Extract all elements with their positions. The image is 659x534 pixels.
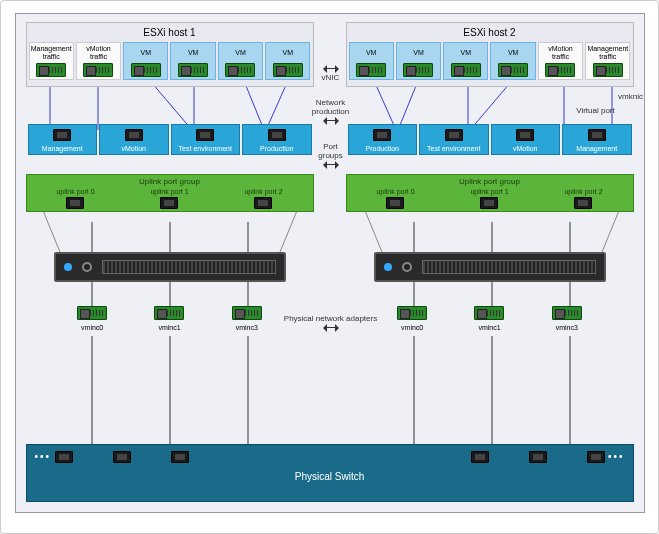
tile-vm: VM bbox=[396, 42, 441, 80]
uplink-port: uplink port 1 bbox=[150, 188, 188, 209]
port-icon bbox=[160, 197, 178, 209]
diagram-modal: × bbox=[0, 0, 659, 534]
pg-test: Test environment bbox=[419, 124, 489, 155]
pnic: vminc1 bbox=[154, 304, 184, 331]
nic-icon bbox=[77, 306, 107, 320]
pg-prod: Production bbox=[348, 124, 418, 155]
port-icon bbox=[587, 451, 605, 463]
esxi-host-2: ESXi host 2 VM VM VM VM vMotion traffic … bbox=[346, 22, 634, 87]
host-tiles: VM VM VM VM vMotion traffic Management t… bbox=[347, 42, 633, 86]
nic-icon bbox=[474, 306, 504, 320]
annot-vmknic: vmknic bbox=[616, 92, 646, 101]
pg-mgmt: Management bbox=[28, 124, 98, 155]
pnic: vminc3 bbox=[552, 304, 582, 331]
tile-vm: VM bbox=[349, 42, 394, 80]
port-groups-left: Management vMotion Test environment Prod… bbox=[26, 124, 314, 155]
dots-icon: ••• bbox=[35, 451, 52, 462]
tile-vm: VM bbox=[123, 42, 168, 80]
uplink-port: uplink port 2 bbox=[564, 188, 602, 209]
port-icon bbox=[113, 451, 131, 463]
port-icon bbox=[471, 451, 489, 463]
pg-vmotion: vMotion bbox=[491, 124, 561, 155]
grill-icon bbox=[422, 260, 596, 274]
port-icon bbox=[386, 197, 404, 209]
port-icon bbox=[171, 451, 189, 463]
port-icon bbox=[196, 129, 214, 141]
tile-vm: VM bbox=[265, 42, 310, 80]
host-title: ESXi host 1 bbox=[27, 23, 313, 42]
pg-vmotion: vMotion bbox=[99, 124, 169, 155]
port-icon bbox=[588, 129, 606, 141]
uplink-title: Uplink port group bbox=[349, 177, 631, 186]
annot-vport: Virtual port bbox=[576, 106, 616, 115]
nic-icon bbox=[356, 63, 386, 77]
tile-vm: VM bbox=[490, 42, 535, 80]
port-icon bbox=[55, 451, 73, 463]
nic-icon bbox=[36, 63, 66, 77]
uplink-port: uplink port 0 bbox=[56, 188, 94, 209]
host-hardware-right bbox=[374, 252, 606, 282]
dots-icon: ••• bbox=[608, 451, 625, 462]
grill-icon bbox=[102, 260, 276, 274]
port-icon bbox=[574, 197, 592, 209]
tile-vm: VM bbox=[170, 42, 215, 80]
uplink-port: uplink port 0 bbox=[376, 188, 414, 209]
nic-icon bbox=[451, 63, 481, 77]
annot-pg: Port groups bbox=[314, 142, 348, 169]
port-icon bbox=[53, 129, 71, 141]
network-diagram: ESXi host 1 Management traffic vMotion t… bbox=[15, 13, 645, 513]
uplink-group-left: Uplink port group uplink port 0 uplink p… bbox=[26, 174, 314, 212]
nic-icon bbox=[232, 306, 262, 320]
led-icon bbox=[384, 263, 392, 271]
pnic: vminc1 bbox=[474, 304, 504, 331]
pg-test: Test environment bbox=[171, 124, 241, 155]
nic-icon bbox=[225, 63, 255, 77]
port-groups-right: Production Test environment vMotion Mana… bbox=[346, 124, 634, 155]
physical-nics-left: vminc0 vminc1 vminc3 bbox=[54, 304, 286, 331]
uplink-group-right: Uplink port group uplink port 0 uplink p… bbox=[346, 174, 634, 212]
port-icon bbox=[516, 129, 534, 141]
esxi-host-1: ESXi host 1 Management traffic vMotion t… bbox=[26, 22, 314, 87]
nic-icon bbox=[178, 63, 208, 77]
tile-vm: VM bbox=[218, 42, 263, 80]
knob-icon bbox=[82, 262, 92, 272]
tile-vmotion: vMotion traffic bbox=[76, 42, 121, 80]
led-icon bbox=[64, 263, 72, 271]
physical-switch: ••• ••• Physical Switch bbox=[26, 444, 634, 502]
host-title: ESXi host 2 bbox=[347, 23, 633, 42]
nic-icon bbox=[403, 63, 433, 77]
nic-icon bbox=[545, 63, 575, 77]
port-icon bbox=[66, 197, 84, 209]
uplink-title: Uplink port group bbox=[29, 177, 311, 186]
annot-netprod: Network production bbox=[308, 98, 354, 125]
pnic: vminc0 bbox=[397, 304, 427, 331]
pg-mgmt: Management bbox=[562, 124, 632, 155]
tile-mgmt: Management traffic bbox=[585, 42, 630, 80]
host-hardware-left bbox=[54, 252, 286, 282]
port-icon bbox=[445, 129, 463, 141]
annot-pna: Physical network adapters bbox=[278, 314, 384, 332]
pnic: vminc3 bbox=[232, 304, 262, 331]
annot-vnic: vNIC bbox=[316, 64, 346, 82]
nic-icon bbox=[552, 306, 582, 320]
physical-nics-right: vminc0 vminc1 vminc3 bbox=[374, 304, 606, 331]
host-tiles: Management traffic vMotion traffic VM VM… bbox=[27, 42, 313, 86]
tile-mgmt: Management traffic bbox=[29, 42, 74, 80]
tile-vmotion: vMotion traffic bbox=[538, 42, 583, 80]
physwitch-title: Physical Switch bbox=[27, 471, 633, 482]
nic-icon bbox=[83, 63, 113, 77]
nic-icon bbox=[498, 63, 528, 77]
uplink-port: uplink port 2 bbox=[244, 188, 282, 209]
port-icon bbox=[529, 451, 547, 463]
pg-prod: Production bbox=[242, 124, 312, 155]
nic-icon bbox=[131, 63, 161, 77]
tile-vm: VM bbox=[443, 42, 488, 80]
nic-icon bbox=[593, 63, 623, 77]
port-icon bbox=[480, 197, 498, 209]
nic-icon bbox=[273, 63, 303, 77]
port-icon bbox=[125, 129, 143, 141]
nic-icon bbox=[397, 306, 427, 320]
port-icon bbox=[254, 197, 272, 209]
port-icon bbox=[373, 129, 391, 141]
knob-icon bbox=[402, 262, 412, 272]
